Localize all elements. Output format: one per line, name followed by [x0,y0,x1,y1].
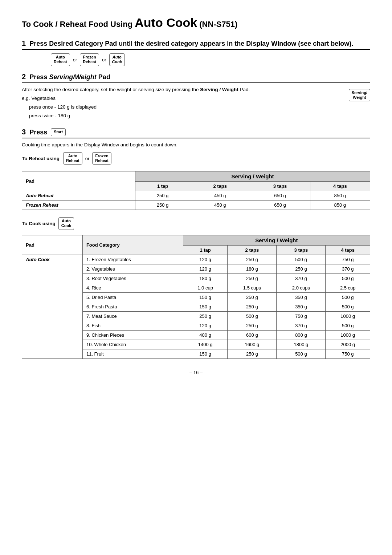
auto-reheat-button[interactable]: AutoReheat [51,53,70,66]
cook-val-7-2: 370 g [277,321,326,330]
cook-food-7: 8. Fish [82,321,183,330]
step3-header: 3 Press Start [22,128,370,138]
auto-cook-button-step1[interactable]: AutoCook [109,53,125,66]
cook-val-8-2: 800 g [277,330,326,340]
step2-body: After selecting the desired category, se… [22,86,342,93]
auto-reheat-4taps: 850 g [310,191,370,200]
page-title: To Cook / Reheat Food Using Auto Cook (N… [22,15,370,31]
step2-title: Press Serving/Weight Pad [29,73,110,81]
cook-val-4-3: 500 g [326,292,370,302]
frozen-reheat-button[interactable]: FrozenReheat [80,53,99,66]
reheat-pad-header: Pad [22,171,135,191]
cook-col-2taps: 2 taps [228,245,277,255]
cook-val-3-2: 2.0 cups [277,283,326,292]
step2-press-once: press once - 120 g is displayed [29,104,342,111]
cook-val-0-3: 750 g [326,255,370,264]
reheat-label-row: To Reheat using AutoReheat or FrozenRehe… [22,152,370,165]
cook-section: To Cook using AutoCook Pad Food Category… [22,217,370,358]
cook-val-10-1: 250 g [228,349,277,358]
cook-val-8-0: 400 g [183,330,228,340]
serving-weight-button[interactable]: Serving/Weight [349,89,370,101]
cook-pad-header: Pad [22,235,83,255]
cook-food-6: 7. Meat Sauce [82,311,183,321]
frozen-reheat-2taps: 450 g [190,200,250,210]
step1-buttons-row: AutoReheat or FrozenReheat or AutoCook [51,53,370,66]
cook-serving-weight-header: Serving / Weight [183,235,370,245]
auto-reheat-2taps: 450 g [190,191,250,200]
cook-val-7-0: 120 g [183,321,228,330]
cook-val-7-1: 250 g [228,321,277,330]
step2-header: 2 Press Serving/Weight Pad [22,73,370,83]
auto-reheat-button2[interactable]: AutoReheat [63,152,82,165]
step2-example: e.g. Vegetables [22,95,342,102]
reheat-row-frozen: Frozen Reheat 250 g 450 g 650 g 850 g [22,200,370,210]
step3-body: Cooking time appears in the Display Wind… [22,141,370,149]
step3-title: Press [29,129,47,136]
cook-val-0-1: 250 g [228,255,277,264]
page-number: – 16 – [22,370,370,375]
cook-col-1tap: 1 tap [183,245,228,255]
cook-val-2-1: 250 g [228,274,277,283]
cook-val-6-1: 500 g [228,311,277,321]
step1-number: 1 [22,39,26,48]
cook-val-2-2: 370 g [277,274,326,283]
cook-val-9-2: 1800 g [277,340,326,349]
cook-val-1-3: 370 g [326,264,370,274]
cook-val-3-3: 2.5 cup [326,283,370,292]
cook-val-2-3: 500 g [326,274,370,283]
auto-reheat-label: Auto Reheat [22,191,135,200]
cook-food-4: 5. Dried Pasta [82,292,183,302]
frozen-reheat-4taps: 850 g [310,200,370,210]
cook-val-5-3: 500 g [326,302,370,311]
frozen-reheat-1tap: 250 g [135,200,190,210]
frozen-reheat-label: Frozen Reheat [22,200,135,210]
cook-food-1: 2. Vegetables [82,264,183,274]
auto-cook-button2[interactable]: AutoCook [58,217,74,230]
cook-food-8: 9. Chicken Pieces [82,330,183,340]
cook-val-4-0: 150 g [183,292,228,302]
cook-table-container: Pad Food Category Serving / Weight 1 tap… [22,235,370,359]
cook-label-row: To Cook using AutoCook [22,217,370,230]
cook-val-8-1: 600 g [228,330,277,340]
cook-food-3: 4. Rice [82,283,183,292]
step2-press-twice: press twice - 180 g [29,112,342,119]
cook-val-10-3: 750 g [326,349,370,358]
cook-table: Pad Food Category Serving / Weight 1 tap… [22,235,370,359]
cook-col-4taps: 4 taps [326,245,370,255]
cook-val-6-0: 250 g [183,311,228,321]
cook-val-9-3: 2000 g [326,340,370,349]
cook-label-text: To Cook using [22,221,56,226]
step2-number: 2 [22,73,26,81]
step1-section: 1 Press Desired Category Pad until the d… [22,39,370,66]
cook-val-2-0: 180 g [183,274,228,283]
cook-val-1-1: 180 g [228,264,277,274]
cook-val-1-0: 120 g [183,264,228,274]
step3-section: 3 Press Start Cooking time appears in th… [22,128,370,165]
cook-val-3-1: 1.5 cups [228,283,277,292]
cook-val-9-0: 1400 g [183,340,228,349]
reheat-table-container: Pad Serving / Weight 1 tap 2 taps 3 taps… [22,171,370,210]
cook-food-0: 1. Frozen Vegetables [82,255,183,264]
frozen-reheat-button2[interactable]: FrozenReheat [92,152,111,165]
cook-food-header: Food Category [82,235,183,255]
cook-val-3-0: 1.0 cup [183,283,228,292]
cook-col-3taps: 3 taps [277,245,326,255]
cook-val-0-0: 120 g [183,255,228,264]
cook-food-2: 3. Root Vegetables [82,274,183,283]
cook-val-8-3: 1000 g [326,330,370,340]
reheat-serving-weight-header: Serving / Weight [135,171,370,182]
step1-header: 1 Press Desired Category Pad until the d… [22,39,370,50]
cook-food-9: 10. Whole Chicken [82,340,183,349]
reheat-row-auto: Auto Reheat 250 g 450 g 650 g 850 g [22,191,370,200]
cook-val-10-0: 150 g [183,349,228,358]
cook-val-9-1: 1600 g [228,340,277,349]
cook-val-4-2: 350 g [277,292,326,302]
cook-row-0: Auto Cook1. Frozen Vegetables120 g250 g5… [22,255,370,264]
start-button[interactable]: Start [51,128,66,136]
cook-food-10: 11. Fruit [82,349,183,358]
step1-title: Press Desired Category Pad until the des… [29,40,353,48]
cook-val-6-2: 750 g [277,311,326,321]
cook-val-10-2: 500 g [277,349,326,358]
cook-val-6-3: 1000 g [326,311,370,321]
reheat-col-2taps: 2 taps [190,182,250,191]
